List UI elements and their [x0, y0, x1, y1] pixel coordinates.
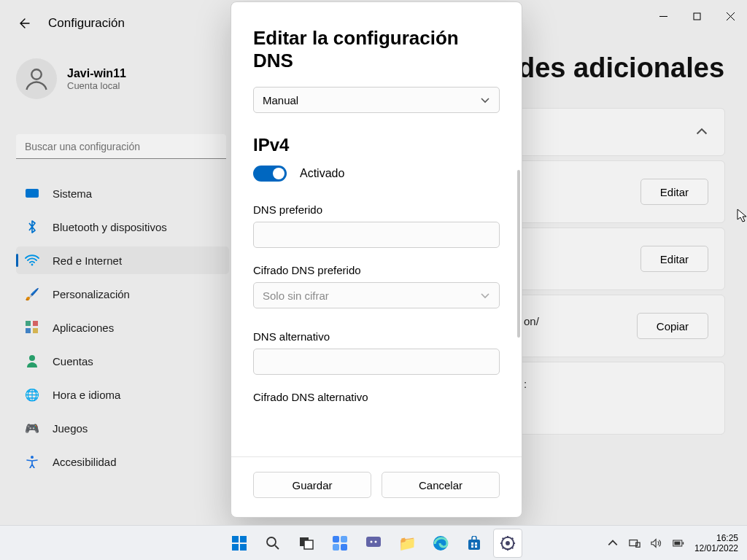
task-view-button[interactable]: [292, 529, 321, 558]
svg-point-18: [375, 540, 377, 542]
svg-rect-16: [366, 537, 381, 547]
svg-rect-13: [341, 536, 347, 542]
svg-rect-30: [683, 542, 684, 544]
alt-dns-label: DNS alternativo: [253, 330, 500, 343]
svg-point-26: [506, 541, 510, 545]
alt-enc-label: Cifrado DNS alternativo: [253, 391, 500, 403]
taskbar: 📁 16:25 12/01/2022: [0, 525, 747, 560]
dialog-title: Editar la configuración DNS: [253, 27, 500, 72]
chat-button[interactable]: [359, 529, 388, 558]
battery-icon[interactable]: [673, 537, 684, 549]
svg-rect-14: [333, 544, 339, 551]
edge-button[interactable]: [426, 529, 455, 558]
windows-logo-icon: [232, 536, 247, 551]
select-value: Solo sin cifrar: [263, 289, 329, 302]
chevron-down-icon: [480, 290, 490, 300]
mouse-cursor: [737, 209, 747, 226]
svg-point-17: [371, 540, 373, 542]
dialog-scrollbar[interactable]: [517, 170, 520, 338]
chevron-down-icon: [480, 95, 490, 105]
svg-rect-12: [333, 536, 339, 542]
alt-dns-input[interactable]: [253, 349, 500, 375]
chat-icon: [365, 536, 382, 551]
dns-settings-dialog: Editar la configuración DNS Manual IPv4 …: [231, 1, 522, 518]
svg-rect-20: [468, 540, 480, 550]
ipv4-toggle[interactable]: [253, 166, 287, 182]
svg-rect-31: [674, 541, 680, 545]
svg-rect-11: [304, 540, 313, 549]
edge-icon: [433, 535, 449, 551]
svg-rect-21: [471, 542, 473, 545]
volume-icon[interactable]: [651, 537, 662, 549]
preferred-enc-label: Cifrado DNS preferido: [253, 264, 500, 276]
svg-rect-23: [471, 545, 473, 548]
date: 12/01/2022: [694, 543, 738, 553]
widgets-icon: [332, 535, 348, 551]
select-value: Manual: [263, 94, 298, 106]
preferred-enc-select[interactable]: Solo sin cifrar: [253, 282, 500, 308]
store-button[interactable]: [460, 529, 489, 558]
preferred-dns-input[interactable]: [253, 222, 500, 248]
clock[interactable]: 16:25 12/01/2022: [694, 533, 738, 553]
cancel-button[interactable]: Cancelar: [382, 472, 500, 498]
toggle-label: Activado: [300, 167, 344, 180]
explorer-button[interactable]: 📁: [392, 529, 422, 558]
search-icon: [266, 536, 280, 551]
svg-rect-24: [475, 545, 477, 548]
widgets-button[interactable]: [325, 529, 355, 558]
network-icon[interactable]: [629, 537, 640, 549]
ipv4-heading: IPv4: [253, 135, 500, 155]
preferred-dns-label: DNS preferido: [253, 203, 500, 216]
search-button[interactable]: [258, 529, 287, 558]
save-button[interactable]: Guardar: [253, 472, 371, 498]
svg-rect-22: [475, 542, 477, 545]
svg-rect-28: [636, 542, 640, 547]
start-button[interactable]: [225, 529, 254, 558]
dns-mode-select[interactable]: Manual: [253, 87, 500, 113]
folder-icon: 📁: [398, 534, 417, 552]
settings-taskbar-button[interactable]: [493, 529, 522, 558]
chevron-up-icon[interactable]: [607, 537, 619, 549]
svg-rect-15: [341, 544, 347, 551]
time: 16:25: [694, 533, 738, 543]
svg-point-9: [267, 537, 276, 546]
store-icon: [467, 536, 481, 551]
gear-icon: [500, 535, 516, 551]
task-view-icon: [299, 537, 314, 550]
